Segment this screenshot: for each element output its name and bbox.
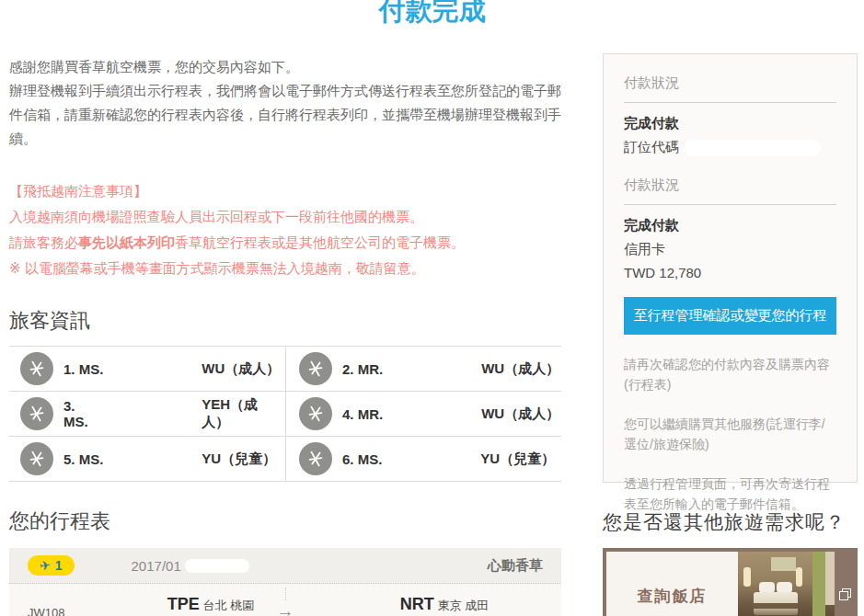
passenger-row: 5. MS.YU（兒童） [9, 437, 285, 482]
passengers-heading: 旅客資訊 [9, 307, 561, 335]
payment-method: 信用卡 [624, 241, 836, 258]
itinerary-heading: 您的行程表 [9, 508, 561, 535]
divider [624, 204, 836, 205]
vanilla-air-passenger-icon [299, 397, 332, 430]
arrival-leg: NRT東京 成田 [328, 595, 561, 616]
passenger-row: 2. MR.WU（成人） [285, 347, 561, 392]
passenger-row: 6. MS.YU（兒童） [285, 437, 561, 482]
airplane-icon: ✈ [39, 558, 52, 572]
itinerary-card-header: ✈1 2017/01 心動香草 [9, 548, 561, 584]
redacted-date [185, 559, 249, 573]
passenger-row: 3. MS.YEH（成人） [9, 392, 285, 437]
vanilla-air-passenger-icon [299, 352, 332, 385]
flight-row: JW108 TPE台北 桃園 → NRT東京 成田 [9, 584, 561, 616]
promo-heading: 您是否還其他旅遊需求呢？ [603, 509, 858, 535]
payment-note: 您可以繼續購買其他服務(託運行李/選位/旅遊保險) [624, 414, 836, 454]
vanilla-air-passenger-icon [20, 397, 53, 430]
vietnam-notice: 【飛抵越南注意事項】 入境越南須向機場證照查驗人員出示回程或下一段前往他國的機票… [9, 178, 561, 281]
segment-badge: ✈1 [28, 555, 75, 576]
redacted-name [113, 407, 191, 421]
main-column: 感謝您購買香草航空機票，您的交易內容如下。 辦理登機報到手續須出示行程表，我們將… [9, 55, 561, 616]
intro-line-1: 感謝您購買香草航空機票，您的交易內容如下。 [9, 55, 561, 79]
flight-number: JW108 [9, 606, 94, 616]
vanilla-air-passenger-icon [299, 442, 332, 475]
booking-code-line: 訂位代碼 [624, 139, 836, 156]
payment-status-label: 付款狀況 [624, 74, 836, 92]
payment-complete-text: 完成付款 [624, 115, 836, 132]
redacted-name [393, 362, 471, 376]
vanilla-air-passenger-icon [20, 352, 53, 385]
vietnam-notice-line1: 入境越南須向機場證照查驗人員出示回程或下一段前往他國的機票。 [9, 204, 561, 230]
hotel-search-banner[interactable]: 查詢飯店 Booking.com [603, 548, 858, 616]
hotel-search-button[interactable]: 查詢飯店 [606, 552, 738, 616]
flight-arrow-icon: → [277, 600, 294, 616]
redacted-name [113, 362, 191, 376]
payment-note: 透過行程管理頁面，可再次寄送行程表至您所輸入的電子郵件信箱。 [624, 473, 836, 514]
payment-status-label: 付款狀況 [624, 177, 836, 194]
flight-date: 2017/01 [132, 558, 249, 574]
intro-text: 感謝您購買香草航空機票，您的交易內容如下。 辦理登機報到手續須出示行程表，我們將… [9, 55, 561, 151]
payment-note: 請再次確認您的付款內容及購票內容(行程表) [624, 354, 836, 394]
fare-name: 心動香草 [488, 557, 543, 575]
passengers-grid: 1. MS.WU（成人） 2. MR.WU（成人） 3. MS.YEH（成人） … [9, 346, 561, 482]
payment-complete-text: 完成付款 [624, 217, 836, 234]
redacted-booking-code [685, 140, 821, 156]
redacted-name [113, 452, 191, 466]
hotel-photo: Booking.com [738, 552, 835, 616]
itinerary-card: ✈1 2017/01 心動香草 JW108 TPE台北 桃園 → NRT東京 成… [9, 548, 561, 616]
vietnam-notice-line3: ※ 以電腦螢幕或手機等畫面方式顯示機票無法入境越南，敬請留意。 [9, 256, 561, 281]
intro-line-2: 辦理登機報到手續須出示行程表，我們將會以電子郵件方式傳送行程表至您所登記的電子郵… [9, 79, 561, 151]
redacted-name [393, 407, 471, 421]
vietnam-notice-heading: 【飛抵越南注意事項】 [9, 178, 561, 204]
page-title: 付款完成 [0, 0, 864, 25]
sidebar: 付款狀況 完成付款 訂位代碼 付款狀況 完成付款 信用卡 TWD 12,780 … [603, 53, 858, 616]
vietnam-notice-line2: 請旅客務必事先以紙本列印香草航空行程表或是其他航空公司的電子機票。 [9, 230, 561, 256]
redacted-name [392, 452, 470, 466]
divider [624, 102, 836, 103]
payment-status-panel: 付款狀況 完成付款 訂位代碼 付款狀況 完成付款 信用卡 TWD 12,780 … [603, 53, 858, 483]
external-link-icon[interactable] [839, 587, 851, 604]
payment-amount: TWD 12,780 [624, 265, 836, 280]
manage-trip-button[interactable]: 至行程管理確認或變更您的行程 [624, 297, 836, 335]
vanilla-air-passenger-icon [20, 442, 53, 475]
passenger-row: 4. MR.WU（成人） [285, 392, 561, 437]
passenger-row: 1. MS.WU（成人） [9, 347, 285, 392]
